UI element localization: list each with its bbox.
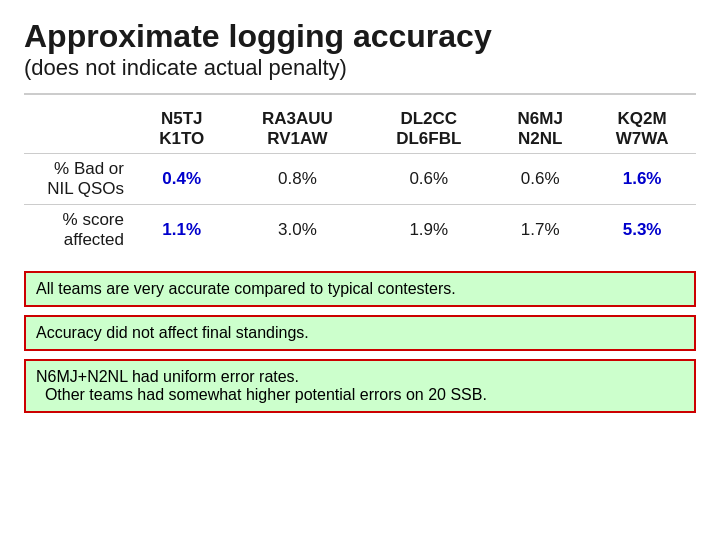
col-header-kq2m: KQ2MW7WA xyxy=(588,105,696,154)
row-label-bad-nil: % Bad orNIL QSOs xyxy=(24,154,134,205)
cell-bad-nil-n6mj: 0.6% xyxy=(492,154,588,205)
message-box-1: All teams are very accurate compared to … xyxy=(24,271,696,307)
table-header-row: N5TJK1TO RA3AUURV1AW DL2CCDL6FBL N6MJN2N… xyxy=(24,105,696,154)
sub-title: (does not indicate actual penalty) xyxy=(24,55,696,81)
message-box-2: Accuracy did not affect final standings. xyxy=(24,315,696,351)
col-header-n5tj: N5TJK1TO xyxy=(134,105,229,154)
message-text-3: N6MJ+N2NL had uniform error rates. Other… xyxy=(36,368,487,403)
divider xyxy=(24,93,696,95)
table-row-score-affected: % scoreaffected 1.1% 3.0% 1.9% 1.7% 5.3% xyxy=(24,205,696,256)
cell-score-kq2m: 5.3% xyxy=(588,205,696,256)
cell-bad-nil-kq2m: 1.6% xyxy=(588,154,696,205)
col-header-n6mj: N6MJN2NL xyxy=(492,105,588,154)
message-box-3: N6MJ+N2NL had uniform error rates. Other… xyxy=(24,359,696,413)
title-block: Approximate logging accuracy (does not i… xyxy=(24,18,696,81)
cell-score-ra3auu: 3.0% xyxy=(229,205,365,256)
cell-bad-nil-n5tj: 0.4% xyxy=(134,154,229,205)
col-header-label xyxy=(24,105,134,154)
accuracy-table: N5TJK1TO RA3AUURV1AW DL2CCDL6FBL N6MJN2N… xyxy=(24,105,696,255)
col-header-ra3auu: RA3AUURV1AW xyxy=(229,105,365,154)
main-title: Approximate logging accuracy xyxy=(24,18,696,55)
message-text-1: All teams are very accurate compared to … xyxy=(36,280,456,297)
col-header-dl2cc: DL2CCDL6FBL xyxy=(365,105,492,154)
cell-bad-nil-ra3auu: 0.8% xyxy=(229,154,365,205)
cell-bad-nil-dl2cc: 0.6% xyxy=(365,154,492,205)
table-row-bad-nil: % Bad orNIL QSOs 0.4% 0.8% 0.6% 0.6% 1.6… xyxy=(24,154,696,205)
page-container: Approximate logging accuracy (does not i… xyxy=(0,0,720,540)
row-label-score-affected: % scoreaffected xyxy=(24,205,134,256)
cell-score-n6mj: 1.7% xyxy=(492,205,588,256)
message-text-2: Accuracy did not affect final standings. xyxy=(36,324,309,341)
cell-score-n5tj: 1.1% xyxy=(134,205,229,256)
accuracy-table-wrapper: N5TJK1TO RA3AUURV1AW DL2CCDL6FBL N6MJN2N… xyxy=(24,105,696,255)
cell-score-dl2cc: 1.9% xyxy=(365,205,492,256)
